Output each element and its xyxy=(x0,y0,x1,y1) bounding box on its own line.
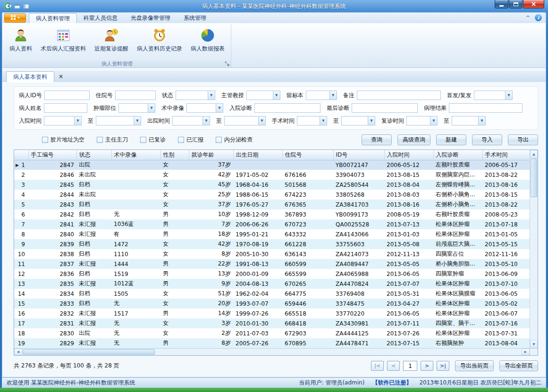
chevron-down-icon[interactable]: ▼ xyxy=(368,117,375,125)
filter-combo[interactable]: ▼ xyxy=(118,103,155,113)
filter-combo[interactable]: ▼ xyxy=(306,91,337,100)
table-row[interactable]: ▶12847出院女37岁YB00721472006-05-12左额叶胶质瘤200… xyxy=(14,160,530,170)
info-icon[interactable] xyxy=(535,14,542,21)
filter-input[interactable] xyxy=(44,103,87,113)
table-row[interactable]: 112837未汇报1444男22岁1991-08-13660599ZA40894… xyxy=(14,259,530,269)
export-current-page-button[interactable]: 导出当前页 xyxy=(455,360,494,371)
filter-combo[interactable]: ▼ xyxy=(172,116,210,125)
checkbox-icon[interactable] xyxy=(216,137,222,143)
chevron-down-icon[interactable]: ▼ xyxy=(202,117,210,125)
table-row[interactable]: 32845归档女45岁1968-04-16501568ZA25805442013… xyxy=(14,180,530,190)
table-row[interactable]: 182830出院无女2岁2011-07-03672903ZA4444125201… xyxy=(14,328,530,338)
filter-combo[interactable]: ▼ xyxy=(44,116,82,125)
registration-status[interactable]: 【软件已注册】 xyxy=(372,379,412,387)
chevron-down-icon[interactable]: ▼ xyxy=(478,117,485,125)
vertical-scroll-track[interactable] xyxy=(530,158,538,340)
chevron-down-icon[interactable]: ▼ xyxy=(258,117,265,125)
grid-column-header[interactable]: 术中录像 xyxy=(111,150,160,160)
grid-column-header[interactable]: 就诊年龄 xyxy=(189,150,233,160)
chevron-down-icon[interactable]: ▼ xyxy=(208,91,215,100)
grid-column-header[interactable]: 入院诊断 xyxy=(433,150,482,160)
table-row[interactable]: 172831未汇报无女3岁2010-01-30668418ZA343098120… xyxy=(14,318,530,328)
grid-column-header[interactable]: 出生日期 xyxy=(233,150,282,160)
table-row[interactable]: 152833归档无女20岁1993-07-0765944633748475201… xyxy=(14,299,530,309)
filter-combo[interactable]: ▼ xyxy=(224,116,266,125)
filter-input[interactable] xyxy=(44,91,90,100)
grid-column-header[interactable]: 手工编号 xyxy=(28,150,76,160)
ribbon-button-postop-report[interactable]: 术后病人汇报资料 xyxy=(36,25,90,59)
table-row[interactable]: 82840未汇报有男18岁1995-01-21643332ZA414306620… xyxy=(14,229,530,239)
ribbon-button-revisit-reminder[interactable]: 近期复诊提醒 xyxy=(90,25,133,59)
filter-combo[interactable]: ▼ xyxy=(186,103,223,113)
table-row[interactable]: 102838归档1110女8岁2005-10-30636143ZA4214073… xyxy=(14,249,530,259)
grid-column-header[interactable] xyxy=(14,150,28,160)
filter-combo[interactable]: ▼ xyxy=(341,116,375,125)
grid-column-header[interactable]: ID号 xyxy=(333,150,384,160)
horizontal-scrollbar[interactable] xyxy=(14,348,538,355)
page-number-input[interactable] xyxy=(403,361,417,371)
filter-input[interactable] xyxy=(352,103,418,113)
last-page-button[interactable]: >| xyxy=(437,361,449,371)
scroll-up-icon[interactable] xyxy=(530,150,538,158)
app-icon[interactable] xyxy=(4,2,11,10)
table-row[interactable]: 22846未出院女42岁1971-05-02676166339040732013… xyxy=(14,170,530,180)
filter-checkbox[interactable]: 胶片地址为空 xyxy=(42,136,84,144)
ribbon-tab-1[interactable]: 病人资料管理 xyxy=(29,13,77,23)
ribbon-button-pie-chart[interactable]: 病人数据报表 xyxy=(186,25,229,59)
chevron-down-icon[interactable]: ▼ xyxy=(320,117,327,125)
filter-input[interactable] xyxy=(254,103,320,113)
grid-column-header[interactable]: 入院时间 xyxy=(384,150,433,160)
grid-column-header[interactable]: 状态 xyxy=(76,150,111,160)
vertical-scrollbar[interactable] xyxy=(530,150,538,348)
import-button[interactable]: 导入 xyxy=(472,134,502,145)
minimize-button[interactable] xyxy=(495,0,508,8)
horizontal-scroll-track[interactable] xyxy=(22,349,522,355)
ribbon-button-history-clock[interactable]: 病人资料历史记录 xyxy=(133,25,186,59)
tab-close-icon[interactable]: × xyxy=(59,73,63,80)
checkbox-icon[interactable] xyxy=(178,137,184,143)
ribbon-tab-2[interactable]: 科室人员信息 xyxy=(77,13,124,23)
filter-combo[interactable]: ▼ xyxy=(474,91,513,100)
filter-combo[interactable]: ▼ xyxy=(246,91,280,100)
table-row[interactable]: 142834归档1505女51岁1962-02-0466477533769408… xyxy=(14,289,530,299)
next-page-button[interactable]: > xyxy=(421,361,433,371)
table-row[interactable]: 72841未汇报1036蓝男7岁2006-06-26670723QA002552… xyxy=(14,219,530,229)
filter-input[interactable] xyxy=(357,91,441,100)
quick-access-icon-1[interactable] xyxy=(14,3,20,9)
filter-input[interactable] xyxy=(115,91,156,100)
chevron-down-icon[interactable]: ▼ xyxy=(273,91,280,100)
checkbox-icon[interactable] xyxy=(42,137,48,143)
chevron-down-icon[interactable]: ▼ xyxy=(74,117,81,125)
table-row[interactable]: 92839归档1472女42岁1970-08-19661228337556032… xyxy=(14,239,530,249)
filter-combo[interactable]: ▼ xyxy=(452,116,486,125)
query-button[interactable]: 查询 xyxy=(362,134,392,145)
chevron-down-icon[interactable]: ▼ xyxy=(216,104,223,112)
table-row[interactable]: 42844未出院女25岁1988-06-15674223338052682013… xyxy=(14,190,530,200)
chevron-down-icon[interactable]: ▼ xyxy=(134,117,141,125)
table-row[interactable]: 132835未汇报1012蓝男9岁2004-08-13670265ZA44708… xyxy=(14,279,530,289)
filter-checkbox[interactable]: 主任主刀 xyxy=(97,136,128,144)
filter-combo[interactable]: ▼ xyxy=(176,91,215,100)
filter-combo[interactable]: ▼ xyxy=(406,116,438,125)
close-button[interactable] xyxy=(523,0,544,8)
scroll-left-icon[interactable] xyxy=(14,349,22,355)
export-all-pages-button[interactable]: 导出全部页 xyxy=(499,360,538,371)
table-row[interactable]: 52843归档女37岁1976-05-27676365ZA38417032013… xyxy=(14,200,530,209)
table-row[interactable]: 122836归档1519男13岁2000-01-09665599ZA406598… xyxy=(14,269,530,279)
quick-access-icon-2[interactable] xyxy=(23,3,29,9)
table-row[interactable]: 192829未汇报无男8岁2005-07-26670895ZA447847120… xyxy=(14,338,530,348)
application-menu-button[interactable]: ▾ xyxy=(4,13,26,23)
advanced-query-button[interactable]: 高级查询 xyxy=(397,134,430,145)
ribbon-tab-4[interactable]: 系统管理 xyxy=(177,13,213,23)
first-page-button[interactable]: |< xyxy=(371,361,384,371)
filter-checkbox[interactable]: 已复诊 xyxy=(140,136,166,144)
chevron-down-icon[interactable]: ▼ xyxy=(148,104,155,112)
scroll-right-icon[interactable] xyxy=(522,349,530,355)
grid-column-header[interactable]: 住院号 xyxy=(282,150,333,160)
chevron-down-icon[interactable]: ▼ xyxy=(505,91,512,100)
maximize-button[interactable] xyxy=(509,0,523,8)
vertical-scroll-thumb[interactable] xyxy=(531,158,537,197)
ribbon-button-patient[interactable]: 病人资料 xyxy=(5,25,36,59)
horizontal-scroll-thumb[interactable] xyxy=(23,349,155,355)
checkbox-icon[interactable] xyxy=(140,137,146,143)
